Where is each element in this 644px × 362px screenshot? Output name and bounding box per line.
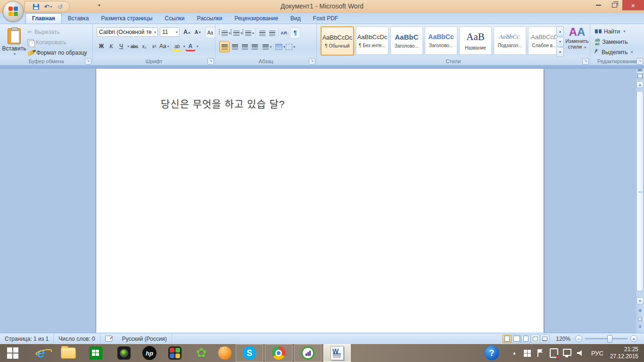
styles-dialog-launcher[interactable]: ↘ [582, 58, 589, 65]
justify-button[interactable] [250, 41, 259, 52]
sort-button[interactable]: АЯ↓ [280, 28, 289, 38]
taskbar-windows-store[interactable] [85, 344, 107, 362]
taskbar-file-explorer[interactable] [58, 344, 79, 362]
zoom-slider-track[interactable] [585, 338, 627, 339]
taskbar-icq[interactable]: ✿ [190, 344, 212, 362]
cut-button[interactable]: ✂ Вырезать [27, 28, 87, 36]
web-layout-button[interactable] [521, 335, 530, 343]
ruler-toggle-button[interactable] [636, 72, 644, 80]
taskbar-internet-explorer[interactable]: e [30, 344, 52, 362]
action-center-button[interactable] [537, 348, 545, 358]
multilevel-list-button[interactable]: ▾ [243, 28, 254, 38]
taskbar-gom-player[interactable] [214, 344, 236, 362]
decrease-indent-button[interactable] [257, 28, 267, 38]
tab-references[interactable]: Ссылки [158, 14, 190, 24]
split-handle[interactable] [638, 69, 642, 71]
scrollbar-thumb[interactable] [636, 91, 644, 291]
taskbar-chrome[interactable] [265, 344, 292, 362]
style-title[interactable]: AaB Название [459, 26, 492, 55]
tab-page-layout[interactable]: Разметка страницы [95, 14, 158, 24]
close-button[interactable]: × [622, 0, 644, 10]
language-tray-button[interactable]: РУС [589, 350, 605, 357]
taskbar-camera-app[interactable] [113, 344, 135, 362]
underline-dropdown-icon[interactable]: ▾ [127, 44, 129, 49]
undo-button[interactable]: ↶▾ [44, 2, 52, 11]
clock[interactable]: 21:25 27.12.2015 [610, 346, 640, 360]
underline-button[interactable]: Ч [116, 41, 126, 51]
style-normal[interactable]: AaBbCcDc ¶ Обычный [321, 26, 354, 56]
zoom-slider-thumb[interactable] [607, 335, 612, 343]
previous-page-button[interactable]: ≜ [636, 307, 644, 314]
bullets-button[interactable]: ▾ [219, 28, 231, 38]
start-button[interactable] [2, 344, 24, 362]
proofing-status[interactable] [100, 333, 117, 344]
tab-mailings[interactable]: Рассылки [191, 14, 229, 24]
taskbar-word[interactable]: W [323, 344, 351, 362]
zoom-level[interactable]: 120% [556, 336, 570, 342]
format-painter-button[interactable]: Формат по образцу [27, 49, 87, 57]
word-count[interactable]: Число слов: 0 [54, 333, 100, 344]
zoom-in-button[interactable]: + [630, 335, 637, 342]
styles-scroll-down-button[interactable]: ▼ [556, 37, 564, 47]
align-left-button[interactable] [219, 41, 230, 52]
scrollbar-track[interactable] [636, 90, 644, 296]
office-button[interactable] [3, 1, 24, 22]
language-indicator[interactable]: Русский (Россия) [117, 333, 172, 344]
customize-qat-button[interactable]: ▾ [98, 3, 100, 8]
borders-button[interactable]: ▾ [286, 41, 295, 52]
select-browse-object-button[interactable] [636, 316, 644, 323]
tab-view[interactable]: Вид [284, 14, 307, 24]
document-area[interactable]: 당신은 무엇을 하고 있습 달? ▲ ▼ ≜ ≙ [0, 69, 644, 333]
hidden-icons-button[interactable]: ▲ [510, 348, 519, 358]
device-status-button[interactable] [550, 348, 558, 358]
highlight-button[interactable]: ab [173, 41, 182, 51]
show-marks-button[interactable]: ¶ [290, 27, 300, 39]
change-styles-button[interactable]: AA Изменить стили ▾ [565, 26, 589, 57]
next-page-button[interactable]: ≙ [636, 323, 644, 330]
scroll-up-button[interactable]: ▲ [636, 81, 644, 88]
document-page[interactable]: 당신은 무엇을 하고 있습 달? [96, 69, 544, 333]
tray-windows-button[interactable] [523, 348, 532, 358]
clipboard-dialog-launcher[interactable]: ↘ [85, 58, 91, 65]
tab-review[interactable]: Рецензирование [228, 14, 284, 24]
italic-button[interactable]: К [107, 41, 116, 51]
minimize-button[interactable] [590, 0, 606, 10]
style-no-spacing[interactable]: AaBbCcDc ¶ Без инте... [356, 26, 388, 55]
font-dialog-launcher[interactable]: ↘ [207, 58, 214, 65]
volume-button[interactable] [576, 348, 585, 358]
full-screen-reading-button[interactable] [512, 335, 521, 343]
select-button[interactable]: Выделить ▾ [595, 48, 633, 56]
tab-foxit-pdf[interactable]: Foxit PDF [307, 14, 344, 24]
align-right-button[interactable] [240, 41, 249, 52]
network-button[interactable] [563, 348, 571, 358]
line-spacing-button[interactable]: ▾ [263, 41, 272, 52]
bold-button[interactable]: Ж [97, 41, 106, 51]
scroll-down-button[interactable]: ▼ [636, 297, 644, 304]
font-size-combo[interactable]: 11 ▾ [160, 27, 180, 37]
paste-button[interactable]: Вставить ▾ [4, 27, 25, 56]
font-color-dropdown-icon[interactable]: ▾ [197, 44, 198, 49]
increase-indent-button[interactable] [267, 28, 277, 38]
shrink-font-button[interactable]: А▼ [193, 27, 203, 37]
shading-button[interactable]: ▾ [275, 41, 285, 52]
editing-dialog-launcher[interactable]: ↘ [636, 58, 643, 65]
numbering-button[interactable]: ▾ [231, 28, 242, 38]
vertical-scrollbar[interactable]: ▲ ▼ ≜ ≙ [636, 69, 644, 333]
style-heading2[interactable]: AaBbCc Заголово... [425, 26, 457, 55]
taskbar-skype[interactable]: S [236, 344, 263, 362]
save-button[interactable] [32, 2, 40, 11]
redo-button[interactable]: ↺ [56, 2, 65, 11]
styles-scroll-up-button[interactable]: ▲ [556, 26, 564, 36]
font-color-button[interactable]: А [186, 41, 195, 51]
strikethrough-button[interactable]: abc [130, 41, 139, 51]
tab-insert[interactable]: Вставка [62, 14, 95, 24]
taskbar-stats-app[interactable] [294, 344, 322, 362]
highlight-dropdown-icon[interactable]: ▾ [183, 44, 185, 49]
restore-button[interactable] [606, 0, 622, 10]
align-center-button[interactable] [230, 41, 239, 52]
style-heading1[interactable]: AaBbC Заголово... [390, 26, 423, 55]
clear-formatting-button[interactable]: Аа [205, 27, 215, 38]
page-indicator[interactable]: Страница: 1 из 1 [0, 333, 54, 344]
taskbar-hp-support[interactable]: hp [139, 344, 160, 362]
print-layout-view-button[interactable] [503, 335, 512, 343]
